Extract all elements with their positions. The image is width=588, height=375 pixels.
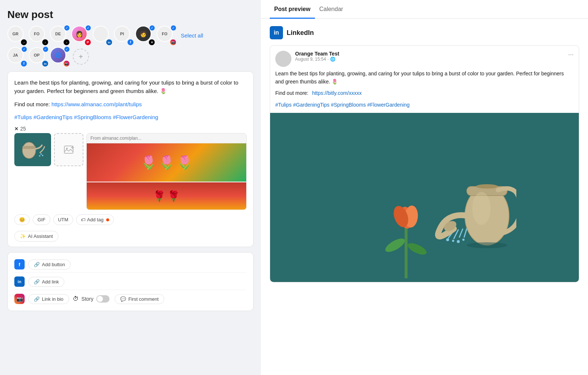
svg-point-27 [472,192,491,225]
linkedin-timestamp: August 9, 15:54 · 🌐 [295,57,339,62]
instagram-action-row: 📷 🔗 Link in bio ⏱ Story 💬 First comment [14,291,247,307]
post-find-out-more: Find out more: https://www.almanac.com/p… [14,100,247,108]
x-icon: ✕ [14,126,18,132]
add-link-linkedin[interactable]: 🔗 Add link [28,277,64,287]
account-op-linkedin[interactable]: ✓ OP in [29,47,48,66]
svg-point-6 [66,148,68,150]
utm-button[interactable]: UTM [53,214,73,225]
svg-point-4 [39,155,40,157]
add-tag-button[interactable]: 🏷 Add tag [76,214,114,225]
media-thumb-watering[interactable] [14,133,51,166]
linkedin-preview-card: Orange Team Test August 9, 15:54 · 🌐 ···… [270,45,579,282]
gif-button[interactable]: GIF [33,214,50,225]
x-counter-value: 25 [20,126,26,132]
tiktok-badge: ♪ [42,39,49,46]
watering-can-icon-small [18,135,47,164]
svg-point-22 [457,240,460,243]
account-twitter[interactable]: ✓ 🧑 ✕ [135,26,154,45]
right-tabs: Post preview Calendar [261,0,588,19]
pinterest-badge: P [85,39,91,46]
linkedin-author-name: Orange Team Test [295,51,339,57]
instagram-badge: 📷 [63,60,70,67]
linkedin-post-header: Orange Team Test August 9, 15:54 · 🌐 ··· [270,46,579,70]
account-ig-gradient[interactable]: ✓ 🌀 📷 [50,47,69,66]
account-de-tiktok[interactable]: ✓ DE ♪ [50,26,69,45]
account-fo-tiktok[interactable]: FO ♪ [29,26,48,45]
from-url-header: From almanac.com/plan... [87,133,246,143]
page-title: New post [7,9,254,21]
tulip-photo-2: 🌹 🌹 [87,182,246,210]
account-pi-facebook[interactable]: PI f [114,26,133,45]
linkedin-preview-link[interactable]: https://bitly.com/xxxxx [312,90,362,96]
svg-point-29 [476,184,498,189]
right-content: in LinkedIn Orange Team Test August 9, 1… [261,19,588,375]
left-panel: New post GR ♪ FO ♪ ✓ DE [0,0,261,375]
linkedin-post-body: Learn the best tips for planting, growin… [270,70,579,113]
linkedin-badge: in [106,39,112,46]
svg-point-28 [467,242,507,248]
linkedin-logo-icon: in [270,26,283,39]
account-fo-instagram[interactable]: ✓ FO 📷 [157,26,176,45]
select-all-button[interactable]: Select all [181,32,203,39]
from-url-card: From almanac.com/plan... 🌷 🌷 🌷 [86,133,247,210]
account-ja-facebook[interactable]: ✓ JA f [7,47,26,66]
account-linkedin[interactable]: in [93,26,112,45]
ai-assistant-button[interactable]: ✨ AI Assistant [14,231,58,242]
svg-point-2 [40,153,42,155]
right-panel: Post preview Calendar in LinkedIn Orange… [261,0,588,375]
linkedin-user-info: Orange Team Test August 9, 15:54 · 🌐 [295,51,339,62]
instagram-icon: 📷 [14,294,25,304]
add-account-button[interactable]: + [73,49,89,65]
tulip-photo-1: 🌷 🌷 🌷 [87,143,246,182]
facebook-action-row: f 🔗 Add button [14,256,247,273]
post-editor: Learn the best tips for planting, growin… [7,71,254,247]
watering-can-illustration [333,117,516,278]
linkedin-preview-title: LinkedIn [287,29,314,37]
account-pinterest[interactable]: ✓ 👩 P [71,26,90,45]
tab-calendar[interactable]: Calendar [315,0,348,19]
link-in-bio-button[interactable]: 🔗 Link in bio [28,294,69,304]
facebook-badge: f [127,39,134,46]
linkedin-preview-header: in LinkedIn [270,26,579,39]
svg-point-3 [42,155,43,156]
linkedin-badge: in [42,60,49,67]
svg-rect-1 [22,146,36,149]
svg-point-21 [452,240,454,242]
linkedin-icon: in [14,276,25,287]
facebook-badge: f [21,60,27,67]
story-label: Story [82,296,94,302]
account-gr-tiktok[interactable]: GR ♪ [7,26,26,45]
emoji-button[interactable]: 😊 [14,214,30,225]
tiktok-badge: ♪ [21,39,27,46]
bottom-actions-card: f 🔗 Add button in 🔗 Add link 📷 🔗 Link in… [7,252,254,311]
add-media-button[interactable] [54,133,83,166]
twitter-badge: ✕ [148,39,155,46]
post-hashtags: #Tulips #GardeningTips #SpringBlooms #Fl… [14,113,247,121]
add-button-facebook[interactable]: 🔗 Add button [28,260,71,269]
first-comment-button[interactable]: 💬 First comment [115,294,164,304]
editor-toolbar: 😊 GIF UTM 🏷 Add tag ✨ AI Assistant [14,214,247,242]
story-toggle[interactable] [96,295,110,303]
instagram-badge: 📷 [170,39,176,46]
tab-post-preview[interactable]: Post preview [270,0,315,19]
story-toggle-area: ⏱ Story [73,295,110,303]
x-counter: ✕ 25 [14,126,247,132]
media-section: ✕ 25 [14,126,247,210]
linkedin-body-text: Learn the best tips for planting, growin… [275,70,574,86]
linkedin-more-button[interactable]: ··· [568,51,574,58]
account-selector-row2: ✓ JA f ✓ OP in ✓ 🌀 📷 [7,47,254,66]
post-link[interactable]: https://www.almanac.com/plant/tulips [51,101,142,107]
notification-dot [106,218,109,221]
account-selector: GR ♪ FO ♪ ✓ DE ♪ ✓ [7,26,254,45]
facebook-icon: f [14,259,25,269]
linkedin-avatar [275,51,291,67]
post-body-text[interactable]: Learn the best tips for planting, growin… [14,78,247,96]
linkedin-hashtags: #Tulips #GardeningTips #SpringBlooms #Fl… [275,101,574,109]
tulip-photos: 🌷 🌷 🌷 🌹 🌹 [87,143,246,210]
linkedin-preview-image [270,113,579,282]
svg-point-20 [446,238,449,241]
svg-point-0 [22,142,36,158]
image-add-icon [64,144,74,155]
media-row: From almanac.com/plan... 🌷 🌷 🌷 [14,133,247,210]
svg-point-23 [462,239,465,241]
